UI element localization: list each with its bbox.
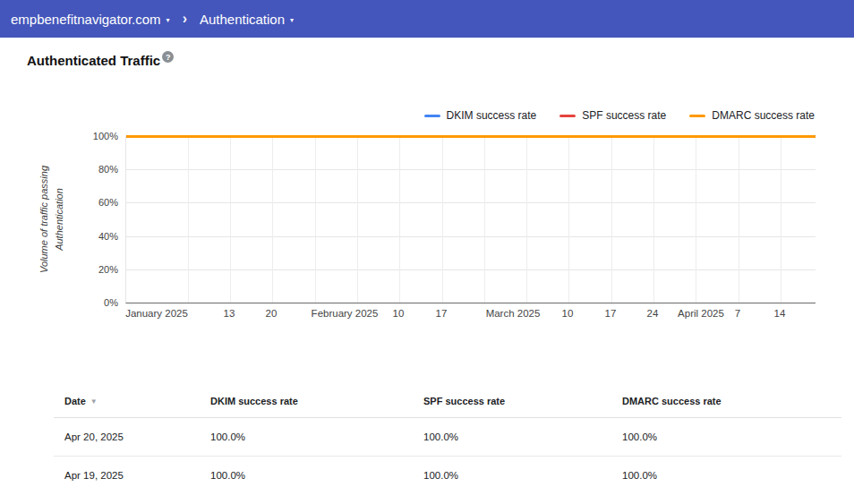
legend-line-swatch (559, 115, 576, 117)
gridline-vertical (188, 136, 189, 303)
section-selector-label: Authentication (200, 12, 285, 27)
x-axis-tick-label: 17 (605, 308, 617, 319)
legend-item-spf-success-rate[interactable]: SPF success rate (559, 109, 666, 122)
gridline-vertical (781, 136, 781, 303)
chart-legend: DKIM success rateSPF success rateDMARC s… (125, 108, 815, 123)
auth-results-table: Date▼DKIM success rateSPF success rateDM… (54, 385, 841, 494)
x-axis-tick-label: 20 (266, 308, 278, 319)
x-axis-tick-label: January 2025 (125, 308, 188, 319)
column-header-label: SPF success rate (423, 396, 505, 406)
x-axis-tick-label: 13 (224, 308, 235, 319)
y-axis-tick-label: 60% (98, 197, 118, 208)
gridline-vertical (272, 136, 273, 303)
gridline-vertical (315, 136, 316, 303)
y-axis-labels: 100%80%60%40%20%0% (0, 136, 118, 303)
y-axis-tick-label: 0% (104, 297, 118, 308)
legend-line-swatch (689, 115, 705, 117)
column-header-label: DKIM success rate (210, 396, 298, 406)
chevron-down-icon: ▾ (167, 16, 170, 24)
section-selector[interactable]: Authentication ▾ (200, 12, 294, 27)
gridline-vertical (653, 136, 654, 303)
table-cell-value: 100.0% (210, 431, 423, 442)
legend-item-label: DMARC success rate (712, 109, 815, 122)
legend-item-label: SPF success rate (582, 109, 666, 122)
gridline-vertical (611, 136, 612, 303)
column-header-dmarc-success-rate[interactable]: DMARC success rate (622, 396, 841, 406)
legend-item-label: DKIM success rate (447, 109, 537, 122)
postmaster-tools-page: empbenefitnavigator.com ▾ › Authenticati… (0, 0, 854, 504)
column-header-dkim-success-rate[interactable]: DKIM success rate (210, 396, 423, 406)
table-cell-date: Apr 20, 2025 (54, 431, 210, 442)
y-axis-tick-label: 100% (93, 131, 118, 141)
table-body: Apr 20, 2025100.0%100.0%100.0%Apr 19, 20… (54, 418, 841, 494)
gridline-vertical (696, 136, 696, 303)
table-cell-value: 100.0% (423, 470, 622, 481)
table-header-row: Date▼DKIM success rateSPF success rateDM… (54, 385, 841, 418)
top-navigation-bar: empbenefitnavigator.com ▾ › Authenticati… (0, 0, 854, 38)
x-axis-tick-label: 7 (735, 308, 740, 319)
gridline-vertical (484, 136, 485, 303)
series-line-dmarc-success-rate (126, 135, 816, 138)
x-axis-tick-label: April 2025 (678, 308, 724, 319)
y-axis-tick-label: 20% (98, 264, 118, 275)
domain-selector[interactable]: empbenefitnavigator.com ▾ (11, 12, 170, 27)
table-row: Apr 20, 2025100.0%100.0%100.0% (54, 418, 841, 456)
help-icon[interactable]: ? (162, 51, 174, 63)
table-cell-value: 100.0% (423, 431, 622, 442)
table-cell-value: 100.0% (622, 470, 841, 481)
x-axis-tick-label: 10 (562, 308, 574, 319)
table-cell-value: 100.0% (210, 470, 423, 481)
domain-selector-label: empbenefitnavigator.com (11, 12, 161, 27)
x-axis-tick-label: 10 (393, 308, 405, 319)
column-header-label: DMARC success rate (622, 396, 722, 406)
gridline-vertical (399, 136, 400, 303)
gridline-vertical (230, 136, 231, 303)
x-axis-labels: January 20251320February 20251017March 2… (125, 308, 815, 322)
gridline-vertical (357, 136, 358, 303)
x-axis-tick-label: 24 (647, 308, 659, 319)
gridline-vertical (442, 136, 443, 303)
sort-descending-icon: ▼ (90, 397, 98, 406)
y-axis-tick-label: 40% (98, 231, 118, 242)
legend-line-swatch (424, 115, 440, 117)
x-axis-tick-label: March 2025 (486, 308, 541, 319)
x-axis-tick-label: 17 (436, 308, 448, 319)
column-header-spf-success-rate[interactable]: SPF success rate (423, 396, 622, 406)
table-cell-date: Apr 19, 2025 (54, 470, 210, 481)
legend-item-dkim-success-rate[interactable]: DKIM success rate (424, 109, 537, 122)
y-axis-tick-label: 80% (98, 164, 118, 175)
column-header-date[interactable]: Date▼ (54, 396, 210, 406)
table-row: Apr 19, 2025100.0%100.0%100.0% (54, 456, 841, 494)
gridline-vertical (526, 136, 527, 303)
column-header-label: Date (64, 396, 86, 406)
gridline-vertical (568, 136, 569, 303)
table-cell-value: 100.0% (622, 431, 841, 442)
legend-item-dmarc-success-rate[interactable]: DMARC success rate (689, 109, 815, 122)
gridline-vertical (739, 136, 739, 303)
x-axis-tick-label: February 2025 (312, 308, 379, 319)
breadcrumb-chevron-icon: › (183, 11, 187, 27)
page-title: Authenticated Traffic (27, 53, 160, 68)
x-axis-tick-label: 14 (774, 308, 786, 319)
title-row: Authenticated Traffic ? (27, 53, 174, 68)
chart-plot-area (125, 136, 816, 303)
chevron-down-icon: ▾ (290, 16, 294, 24)
